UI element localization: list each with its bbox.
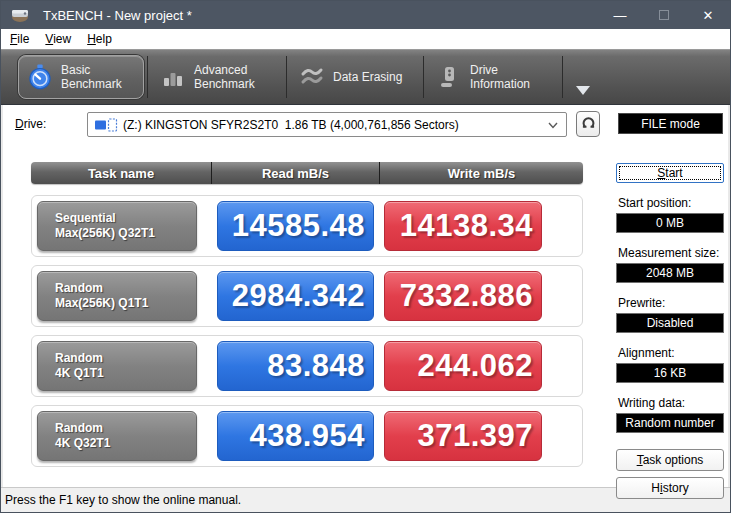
menu-bar: File View Help — [1, 29, 730, 49]
maximize-icon — [659, 10, 669, 20]
file-mode-button[interactable]: FILE mode — [618, 113, 723, 134]
refresh-icon — [580, 114, 597, 135]
write-result-value: 7332.886 — [384, 271, 542, 321]
writing-data-label: Writing data: — [618, 396, 724, 410]
tab-separator — [147, 56, 148, 98]
task-name-line2: 4K Q1T1 — [55, 366, 196, 381]
drive-select[interactable]: (Z:) KINGSTON SFYR2S2T0 1.86 TB (4,000,7… — [87, 112, 567, 137]
bar-chart-icon — [160, 64, 186, 90]
benchmark-rows: SequentialMax(256K) Q32T114585.4814138.3… — [31, 195, 583, 475]
benchmark-row: Random4K Q1T183.848244.062 — [31, 335, 583, 397]
writing-data-value[interactable]: Random number — [616, 413, 724, 433]
column-task-name: Task name — [31, 162, 211, 184]
benchmark-row: SequentialMax(256K) Q32T114585.4814138.3… — [31, 195, 583, 257]
close-icon: ✕ — [703, 8, 714, 23]
erase-waves-icon — [299, 64, 325, 90]
prewrite-label: Prewrite: — [618, 296, 724, 310]
prewrite-value[interactable]: Disabled — [616, 313, 724, 333]
task-name-line1: Random — [55, 351, 196, 366]
settings-sidebar: Start Start position: 0 MB Measurement s… — [616, 163, 724, 499]
task-name-line2: 4K Q32T1 — [55, 436, 196, 451]
alignment-value[interactable]: 16 KB — [616, 363, 724, 383]
drive-icon — [436, 64, 462, 90]
tab-separator — [286, 56, 287, 98]
drive-partition-icon — [94, 118, 118, 132]
chevron-down-icon — [544, 116, 562, 134]
start-button[interactable]: Start — [616, 163, 724, 183]
benchmark-row: RandomMax(256K) Q1T12984.3427332.886 — [31, 265, 583, 327]
benchmark-row: Random4K Q32T1438.954371.397 — [31, 405, 583, 467]
close-button[interactable]: ✕ — [686, 1, 730, 29]
menu-help[interactable]: Help — [79, 30, 120, 48]
tab-advanced-benchmark-label: Advanced Benchmark — [194, 63, 255, 91]
task-name-button[interactable]: SequentialMax(256K) Q32T1 — [37, 201, 197, 251]
read-result-value: 2984.342 — [217, 271, 374, 321]
tab-separator — [423, 56, 424, 98]
tab-advanced-benchmark[interactable]: Advanced Benchmark — [151, 55, 283, 99]
maximize-button[interactable] — [642, 1, 686, 29]
task-options-button[interactable]: Task options — [616, 449, 724, 471]
tab-separator — [562, 56, 563, 98]
tab-basic-benchmark-label: Basic Benchmark — [61, 63, 122, 91]
menu-view[interactable]: View — [37, 30, 79, 48]
drive-label: Drive: — [15, 117, 46, 131]
task-name-button[interactable]: Random4K Q32T1 — [37, 411, 197, 461]
history-button[interactable]: History — [616, 477, 724, 499]
alignment-label: Alignment: — [618, 346, 724, 360]
read-result-value: 438.954 — [217, 411, 374, 461]
task-name-button[interactable]: Random4K Q1T1 — [37, 341, 197, 391]
window-title: TxBENCH - New project * — [43, 8, 598, 23]
write-result-value: 14138.34 — [384, 201, 542, 251]
write-result-value: 244.062 — [384, 341, 542, 391]
tab-data-erasing-label: Data Erasing — [333, 70, 402, 84]
task-name-button[interactable]: RandomMax(256K) Q1T1 — [37, 271, 197, 321]
read-result-value: 14585.48 — [217, 201, 374, 251]
measurement-size-value[interactable]: 2048 MB — [616, 263, 724, 283]
task-name-line2: Max(256K) Q1T1 — [55, 296, 196, 311]
main-content: Drive: (Z:) KINGSTON SFYR2S2T0 1.86 TB (… — [1, 105, 730, 487]
status-text: Press the F1 key to show the online manu… — [5, 493, 241, 507]
app-icon — [11, 7, 31, 23]
minimize-button[interactable]: — — [598, 1, 642, 29]
stopwatch-icon — [27, 64, 53, 90]
tab-drive-information[interactable]: Drive Information — [427, 55, 559, 99]
start-position-label: Start position: — [618, 196, 724, 210]
menu-file[interactable]: File — [2, 30, 37, 48]
refresh-drives-button[interactable] — [576, 111, 600, 137]
start-position-value[interactable]: 0 MB — [616, 213, 724, 233]
column-read: Read mB/s — [212, 162, 379, 184]
more-tabs-dropdown-icon[interactable] — [576, 86, 590, 95]
drive-selected-value: (Z:) KINGSTON SFYR2S2T0 1.86 TB (4,000,7… — [123, 118, 544, 132]
tab-data-erasing[interactable]: Data Erasing — [290, 55, 420, 99]
app-window: TxBENCH - New project * — ✕ File View He… — [0, 0, 731, 513]
tab-basic-benchmark[interactable]: Basic Benchmark — [18, 55, 144, 99]
tab-drive-information-label: Drive Information — [470, 63, 530, 91]
title-bar[interactable]: TxBENCH - New project * — ✕ — [1, 1, 730, 29]
task-name-line1: Sequential — [55, 211, 196, 226]
task-name-line1: Random — [55, 281, 196, 296]
read-result-value: 83.848 — [217, 341, 374, 391]
task-name-line1: Random — [55, 421, 196, 436]
task-name-line2: Max(256K) Q32T1 — [55, 226, 196, 241]
table-header: Task name Read mB/s Write mB/s — [31, 162, 583, 184]
tab-bar: Basic Benchmark Advanced Benchmark — [1, 49, 730, 105]
measurement-size-label: Measurement size: — [618, 246, 724, 260]
write-result-value: 371.397 — [384, 411, 542, 461]
minimize-icon: — — [614, 8, 627, 23]
column-write: Write mB/s — [380, 162, 583, 184]
